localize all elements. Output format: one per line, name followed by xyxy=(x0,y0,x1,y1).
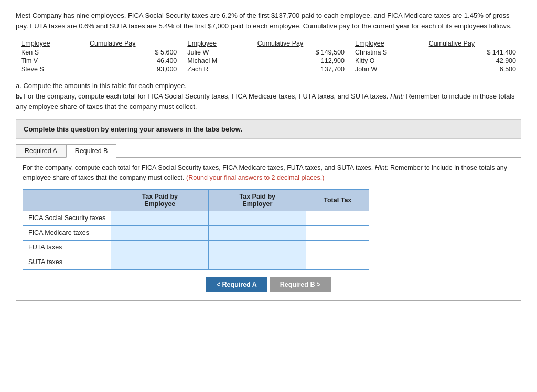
answer-input-employer-3[interactable] xyxy=(209,255,306,269)
answer-total-1 xyxy=(306,225,369,240)
complete-box-text: Complete this question by entering your … xyxy=(24,125,242,133)
employee-cell-1-4: Kitty O xyxy=(350,57,424,65)
tab-required-b-label: Required B xyxy=(75,147,108,155)
instructions: a. Compute the amounts in this table for… xyxy=(16,81,521,112)
tab-required-a-label: Required A xyxy=(25,147,57,155)
tab-hint-label: Hint: xyxy=(375,164,389,171)
employee-cell-2-1: 93,000 xyxy=(84,65,182,73)
tab-required-b[interactable]: Required B xyxy=(66,144,117,158)
answer-col-employer: Tax Paid byEmployer xyxy=(209,189,306,211)
answer-input-employer-1[interactable] xyxy=(209,225,306,240)
hint-label: Hint: xyxy=(390,92,404,100)
col-header-pay2: Cumulative Pay xyxy=(252,39,350,48)
instruction-b-text: For the company, compute each total for … xyxy=(24,92,388,100)
employee-cell-1-3: 112,900 xyxy=(252,57,350,65)
tab-required-a[interactable]: Required A xyxy=(16,144,66,157)
round-note: (Round your final answers to 2 decimal p… xyxy=(186,174,324,181)
answer-input-employee-1[interactable] xyxy=(111,225,209,240)
answer-label-1: FICA Medicare taxes xyxy=(23,225,111,240)
employee-cell-0-1: $ 5,600 xyxy=(84,48,182,57)
answer-total-3 xyxy=(306,255,369,269)
nav-required-b-button[interactable]: Required B > xyxy=(270,277,331,292)
employee-cell-1-5: 42,900 xyxy=(424,57,521,65)
answer-label-3: SUTA taxes xyxy=(23,255,111,269)
instruction-b: b. For the company, compute each total f… xyxy=(16,91,521,112)
answer-input-field-employer-0[interactable] xyxy=(214,214,300,222)
answer-table: Tax Paid byEmployee Tax Paid byEmployer … xyxy=(23,189,369,270)
answer-input-field-employee-3[interactable] xyxy=(116,258,203,266)
tabs-row: Required A Required B xyxy=(16,144,521,158)
answer-input-field-employer-1[interactable] xyxy=(214,229,300,236)
answer-input-field-employee-0[interactable] xyxy=(116,214,203,222)
employee-cell-2-5: 6,500 xyxy=(424,65,521,73)
answer-total-2 xyxy=(306,240,369,255)
col-header-emp1: Employee xyxy=(16,39,84,48)
answer-input-employer-2[interactable] xyxy=(209,240,306,255)
answer-input-employee-2[interactable] xyxy=(111,240,209,255)
employee-cell-1-1: 46,400 xyxy=(84,57,182,65)
employee-cell-1-0: Tim V xyxy=(16,57,84,65)
employee-cell-2-3: 137,700 xyxy=(252,65,350,73)
col-header-emp2: Employee xyxy=(182,39,252,48)
tab-description: For the company, compute each total for … xyxy=(23,163,514,183)
intro-text: Mest Company has nine employees. FICA So… xyxy=(16,10,521,31)
instruction-b-bold: b. xyxy=(16,92,24,100)
answer-label-2: FUTA taxes xyxy=(23,240,111,255)
employee-cell-2-2: Zach R xyxy=(182,65,252,73)
employee-table: Employee Cumulative Pay Employee Cumulat… xyxy=(16,39,521,73)
employee-cell-2-4: John W xyxy=(350,65,424,73)
col-header-pay3: Cumulative Pay xyxy=(424,39,521,48)
answer-col-total: Total Tax xyxy=(306,189,369,211)
employee-cell-2-0: Steve S xyxy=(16,65,84,73)
nav-back-label: < Required A xyxy=(217,281,257,288)
answer-col-empty xyxy=(23,189,111,211)
tab-desc-text: For the company, compute each total for … xyxy=(23,164,373,171)
instruction-a: a. Compute the amounts in this table for… xyxy=(16,81,521,91)
answer-input-employee-0[interactable] xyxy=(111,211,209,225)
nav-forward-label: Required B > xyxy=(280,281,320,288)
employee-cell-0-3: $ 149,500 xyxy=(252,48,350,57)
col-header-emp3: Employee xyxy=(350,39,424,48)
complete-box: Complete this question by entering your … xyxy=(16,119,521,139)
tab-content: For the company, compute each total for … xyxy=(16,158,521,301)
nav-required-a-button[interactable]: < Required A xyxy=(206,277,267,292)
answer-total-0 xyxy=(306,211,369,225)
answer-input-field-employee-2[interactable] xyxy=(116,244,203,251)
answer-input-employee-3[interactable] xyxy=(111,255,209,269)
answer-input-field-employee-1[interactable] xyxy=(116,229,203,236)
answer-input-employer-0[interactable] xyxy=(209,211,306,225)
answer-input-field-employer-3[interactable] xyxy=(214,258,300,266)
employee-cell-0-4: Christina S xyxy=(350,48,424,57)
col-header-pay1: Cumulative Pay xyxy=(84,39,182,48)
employee-cell-1-2: Michael M xyxy=(182,57,252,65)
employee-cell-0-5: $ 141,400 xyxy=(424,48,521,57)
answer-input-field-employer-2[interactable] xyxy=(214,244,300,251)
answer-col-employee: Tax Paid byEmployee xyxy=(111,189,209,211)
bottom-nav: < Required A Required B > xyxy=(23,277,514,292)
employee-cell-0-0: Ken S xyxy=(16,48,84,57)
answer-label-0: FICA Social Security taxes xyxy=(23,211,111,225)
employee-cell-0-2: Julie W xyxy=(182,48,252,57)
